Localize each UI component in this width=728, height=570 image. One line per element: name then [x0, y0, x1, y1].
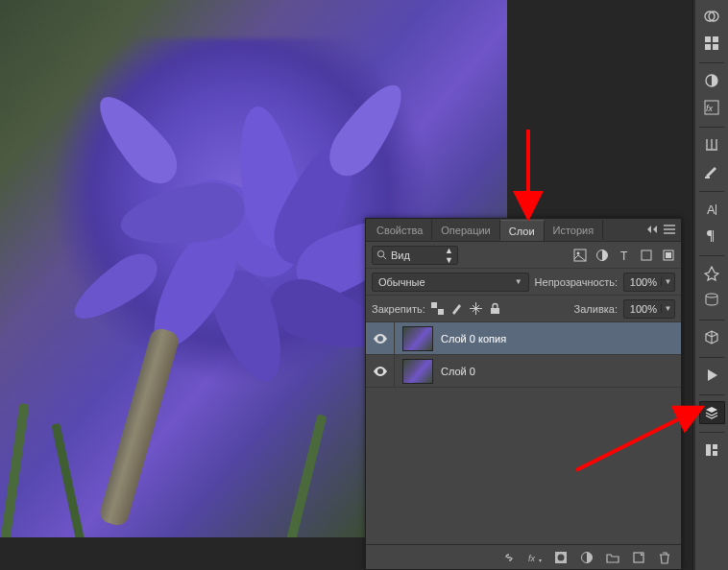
- tab-operations[interactable]: Операции: [432, 220, 499, 240]
- navigator-icon[interactable]: [699, 262, 725, 285]
- layer-filter-row: Вид ▲▼ T: [366, 242, 681, 269]
- fill-adjust-icon[interactable]: [579, 550, 594, 564]
- lock-all-icon[interactable]: [489, 302, 502, 316]
- character-icon[interactable]: A: [699, 198, 725, 221]
- brushes-icon[interactable]: [699, 133, 725, 156]
- mask-icon[interactable]: [553, 550, 568, 564]
- panel-menu-icon[interactable]: [664, 225, 675, 236]
- layer-name: Слой 0 копия: [441, 333, 506, 344]
- swatches-grid-icon[interactable]: [699, 32, 725, 55]
- collapse-icon[interactable]: [646, 225, 658, 236]
- layer-search[interactable]: Вид ▲▼: [372, 246, 458, 265]
- layer-row[interactable]: Слой 0 копия: [366, 322, 681, 355]
- filter-icons: T: [572, 248, 675, 262]
- group-icon[interactable]: [605, 550, 619, 564]
- layer-thumbnail: [402, 326, 433, 351]
- blend-row: Обычные ▼ Непрозрачность: 100% ▼: [366, 269, 681, 296]
- svg-rect-25: [438, 309, 444, 315]
- right-toolstrip: fx A: [694, 0, 728, 570]
- opacity-label: Непрозрачность:: [535, 276, 618, 288]
- lock-transparent-icon[interactable]: [431, 302, 445, 316]
- panel-footer: fx▾: [366, 544, 681, 569]
- smart-object-icon[interactable]: [661, 248, 675, 262]
- svg-rect-3: [713, 36, 718, 42]
- svg-text:fx: fx: [528, 554, 536, 563]
- lock-label: Закрепить:: [372, 303, 425, 315]
- opacity-spinner[interactable]: 100% ▼: [623, 273, 675, 292]
- chevron-down-icon: ▼: [661, 277, 674, 286]
- adjustments-icon[interactable]: [699, 69, 725, 92]
- layer-name: Слой 0: [441, 366, 475, 377]
- search-icon: [376, 249, 387, 260]
- histogram-icon[interactable]: [699, 289, 725, 312]
- svg-text:A: A: [707, 202, 716, 217]
- svg-rect-23: [666, 252, 671, 258]
- fill-label: Заливка:: [574, 303, 618, 315]
- layer-list: Слой 0 копия Слой 0: [366, 322, 681, 544]
- paragraph-icon[interactable]: [699, 225, 725, 248]
- lock-row: Закрепить: Заливка: 100% ▼: [366, 296, 681, 322]
- svg-rect-11: [716, 204, 716, 215]
- blend-mode-value: Обычные: [378, 276, 425, 288]
- tab-history[interactable]: История: [545, 220, 604, 240]
- shape-layer-icon[interactable]: [639, 248, 653, 262]
- lock-position-icon[interactable]: [470, 302, 483, 316]
- pixel-layer-icon[interactable]: [572, 248, 587, 262]
- svg-rect-5: [713, 44, 718, 50]
- svg-rect-15: [713, 451, 717, 456]
- svg-point-30: [557, 554, 564, 560]
- svg-rect-24: [431, 302, 437, 308]
- svg-point-16: [377, 250, 383, 256]
- chevron-down-icon: ▼: [661, 304, 674, 313]
- svg-rect-14: [713, 444, 717, 449]
- layer-thumbnail: [402, 359, 433, 384]
- styles-icon[interactable]: fx: [699, 96, 725, 119]
- layers-panel: Свойства Операции Слои История Вид ▲▼ T …: [365, 218, 682, 570]
- type-layer-icon[interactable]: T: [617, 248, 631, 262]
- link-icon[interactable]: [501, 550, 516, 564]
- svg-point-18: [576, 251, 579, 254]
- visibility-toggle[interactable]: [366, 355, 395, 387]
- panel-tabbar: Свойства Операции Слои История: [366, 219, 681, 242]
- svg-point-12: [706, 294, 717, 297]
- lock-icons: [431, 302, 502, 316]
- svg-rect-9: [705, 177, 710, 178]
- layers-icon[interactable]: [699, 401, 725, 424]
- fx-icon[interactable]: fx▾: [527, 550, 542, 564]
- new-layer-icon[interactable]: [631, 550, 645, 564]
- tab-properties[interactable]: Свойства: [368, 220, 432, 240]
- svg-text:T: T: [620, 249, 628, 262]
- trash-icon[interactable]: [657, 550, 671, 564]
- layer-row[interactable]: Слой 0: [366, 355, 681, 388]
- brush-presets-icon[interactable]: [699, 160, 725, 183]
- visibility-toggle[interactable]: [366, 322, 395, 354]
- chevron-down-icon: ▼: [515, 277, 522, 286]
- svg-rect-4: [705, 44, 711, 50]
- layer-search-label: Вид: [391, 249, 410, 261]
- tab-layers[interactable]: Слои: [500, 220, 545, 241]
- chevron-updown-icon: ▲▼: [445, 246, 453, 265]
- blend-mode-dropdown[interactable]: Обычные ▼: [372, 273, 529, 292]
- svg-rect-13: [706, 444, 711, 456]
- svg-rect-26: [491, 308, 499, 314]
- 3d-icon[interactable]: [699, 326, 725, 349]
- svg-text:fx: fx: [706, 104, 714, 113]
- channels-icon[interactable]: [699, 439, 725, 462]
- fill-spinner[interactable]: 100% ▼: [623, 299, 675, 319]
- svg-text:▾: ▾: [539, 558, 542, 563]
- fill-value: 100%: [624, 303, 661, 315]
- adjustment-layer-icon[interactable]: [595, 248, 609, 262]
- lock-image-icon[interactable]: [450, 302, 464, 316]
- opacity-value: 100%: [624, 276, 661, 288]
- play-icon[interactable]: [699, 364, 725, 387]
- svg-rect-21: [642, 250, 651, 260]
- color-swatches-icon[interactable]: [699, 5, 725, 28]
- svg-rect-2: [705, 36, 711, 42]
